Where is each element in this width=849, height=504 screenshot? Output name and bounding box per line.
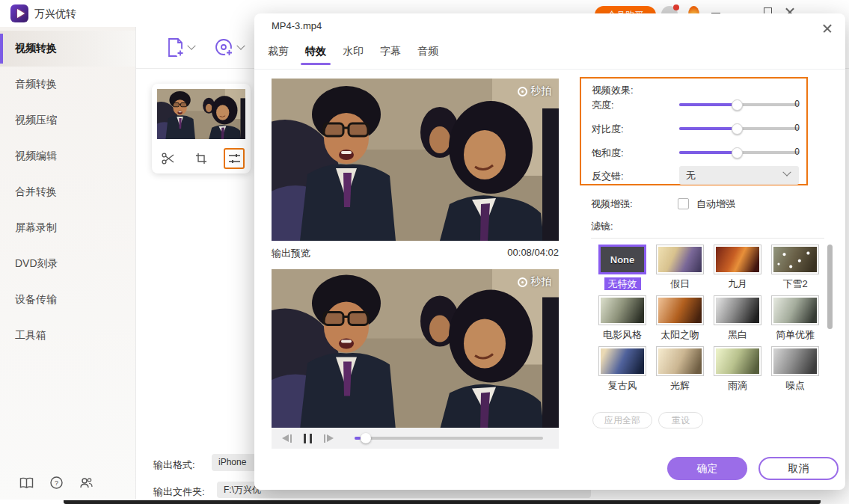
filter-thumb[interactable] [658, 298, 702, 323]
manual-book-icon[interactable] [19, 477, 34, 489]
auto-enhance-label: 自动增强 [696, 197, 735, 211]
next-frame-button[interactable] [324, 434, 334, 443]
filter-name: 太阳之吻 [660, 328, 699, 341]
filter-item-cinema[interactable]: 电影风格 [598, 295, 646, 341]
filter-item-retro[interactable]: 复古风 [598, 346, 646, 392]
sidebar-item-screen-record[interactable]: 屏幕录制 [0, 210, 135, 246]
community-icon[interactable] [79, 477, 94, 489]
output-preview-label: 输出预览 [272, 247, 310, 260]
watermark-text: 秒拍 [530, 275, 551, 289]
add-disc-button[interactable] [214, 37, 244, 58]
chevron-down-icon [782, 168, 791, 176]
auto-enhance-checkbox[interactable] [678, 198, 689, 209]
filter-item-sunkiss[interactable]: 太阳之吻 [656, 295, 704, 341]
filter-name: 简单优雅 [776, 328, 815, 341]
media-card[interactable] [152, 84, 251, 173]
sidebar-item-audio-convert[interactable]: 音频转换 [0, 67, 135, 102]
filter-item-raindrop[interactable]: 雨滴 [714, 346, 761, 392]
filter-name: 假日 [670, 277, 690, 290]
contrast-knob[interactable] [732, 123, 743, 135]
sidebar-item-video-convert[interactable]: 视频转换 [0, 31, 135, 67]
trim-button[interactable] [158, 148, 179, 169]
tab-crop[interactable]: 裁剪 [268, 45, 289, 58]
video-effects-panel: 视频效果: 亮度: 0 对比度: 0 饱和度: 0 反交错: 无 [580, 77, 808, 185]
effects-title: 视频效果: [592, 84, 634, 97]
filter-item-none[interactable]: None 无特效 [598, 245, 646, 290]
contrast-slider[interactable] [679, 127, 799, 130]
add-file-button[interactable] [166, 37, 194, 58]
filter-thumb[interactable] [773, 247, 817, 272]
filters-scrollbar[interactable] [827, 245, 833, 329]
sidebar-item-label: 设备传输 [15, 293, 57, 307]
help-icon[interactable]: ? [50, 476, 63, 489]
media-card-tools [152, 148, 251, 169]
filter-item-blackwhite[interactable]: 黑白 [714, 295, 761, 341]
sidebar-item-video-edit[interactable]: 视频编辑 [0, 138, 135, 174]
preview-caption: 输出预览 00:08/04:02 [272, 247, 559, 260]
saturation-slider[interactable] [679, 151, 799, 154]
brightness-slider[interactable] [679, 103, 799, 106]
watermark-text: 秒拍 [530, 84, 551, 98]
tab-subtitle[interactable]: 字幕 [380, 45, 401, 58]
effects-dialog: MP4-3.mp4 裁剪 特效 水印 字幕 音频 秒拍 输出预览 00:08/0… [254, 13, 845, 490]
original-preview: 秒拍 [272, 79, 559, 241]
filter-item-glory[interactable]: 光辉 [656, 346, 704, 392]
brightness-value: 0 [794, 99, 800, 109]
seek-progress [355, 437, 361, 440]
saturation-knob[interactable] [732, 147, 743, 159]
filter-thumb[interactable] [716, 298, 759, 323]
filter-thumb[interactable] [716, 247, 759, 272]
effects-button[interactable] [224, 148, 245, 169]
sidebar-item-dvd-burn[interactable]: DVD刻录 [0, 246, 135, 282]
filter-name: 下雪2 [782, 277, 807, 290]
sidebar-item-device-transfer[interactable]: 设备传输 [0, 282, 135, 318]
ok-button[interactable]: 确定 [667, 457, 747, 480]
apply-all-button[interactable]: 应用全部 [592, 412, 652, 428]
prev-frame-button[interactable] [282, 434, 292, 443]
filter-name: 九月 [728, 277, 747, 290]
filter-thumb[interactable] [601, 298, 644, 323]
filter-thumb[interactable] [658, 348, 702, 374]
tab-audio[interactable]: 音频 [417, 45, 438, 58]
crop-button[interactable] [191, 148, 212, 169]
sidebar-item-toolbox[interactable]: 工具箱 [0, 318, 135, 354]
filter-item-elegant[interactable]: 简单优雅 [771, 295, 819, 341]
sidebar-item-video-compress[interactable]: 视频压缩 [0, 102, 135, 138]
filter-name: 噪点 [785, 379, 805, 392]
enhance-label: 视频增强: [591, 197, 633, 211]
filters-label: 滤镜: [591, 220, 613, 233]
contrast-label: 对比度: [592, 123, 624, 136]
filter-thumb[interactable]: None [598, 245, 646, 274]
filter-item-snow2[interactable]: 下雪2 [771, 245, 819, 290]
playback-time: 00:08/04:02 [507, 247, 559, 260]
sidebar: 视频转换 音频转换 视频压缩 视频编辑 合并转换 屏幕录制 DVD刻录 设备传输… [0, 27, 136, 500]
filter-thumb[interactable] [773, 348, 817, 374]
sidebar-item-label: 视频压缩 [15, 114, 57, 127]
output-format-label: 输出格式: [153, 458, 195, 472]
filter-thumb[interactable] [601, 348, 644, 374]
cancel-button[interactable]: 取消 [758, 457, 839, 480]
filter-item-september[interactable]: 九月 [714, 245, 761, 290]
tab-watermark[interactable]: 水印 [343, 45, 364, 58]
app-title: 万兴优转 [34, 7, 76, 21]
seek-slider[interactable] [355, 437, 543, 440]
brightness-knob[interactable] [732, 99, 743, 111]
reset-button[interactable]: 重设 [658, 412, 703, 428]
seek-knob[interactable] [361, 433, 371, 443]
filter-thumb[interactable] [716, 348, 759, 374]
tab-effects[interactable]: 特效 [305, 45, 326, 58]
dialog-close-button[interactable] [821, 22, 833, 34]
filter-thumb[interactable] [658, 247, 702, 272]
deinterlace-select[interactable]: 无 [679, 166, 799, 185]
filter-item-noise[interactable]: 噪点 [771, 346, 819, 392]
sidebar-item-label: 屏幕录制 [15, 221, 57, 235]
watermark: 秒拍 [518, 275, 551, 289]
filter-item-holiday[interactable]: 假日 [656, 245, 704, 290]
chevron-down-icon [236, 42, 245, 50]
pause-button[interactable] [304, 434, 312, 443]
sidebar-footer: ? [0, 476, 136, 489]
dialog-tabs: 裁剪 特效 水印 字幕 音频 [268, 45, 438, 58]
sidebar-item-merge-convert[interactable]: 合并转换 [0, 174, 135, 210]
filter-thumb[interactable] [773, 298, 817, 323]
saturation-value: 0 [794, 147, 800, 157]
